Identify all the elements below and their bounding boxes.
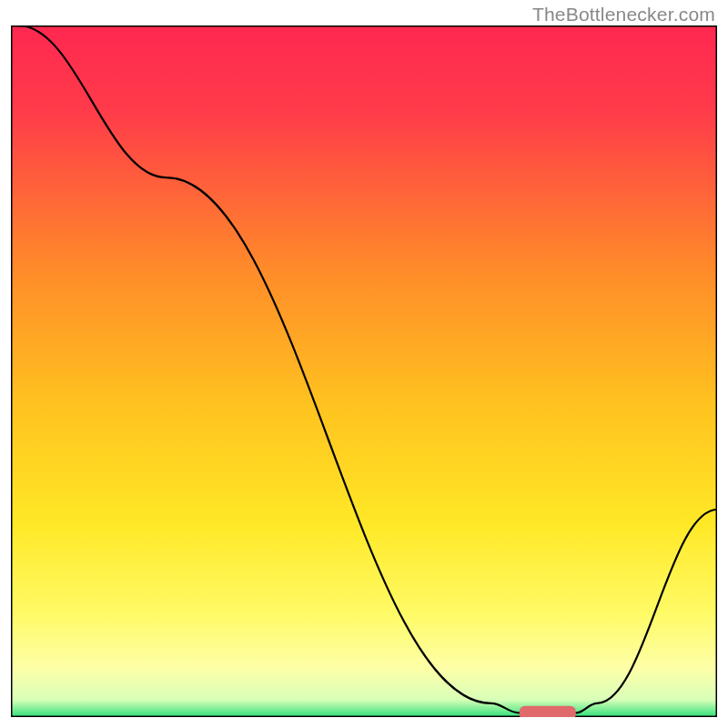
bottom-marker	[520, 706, 576, 717]
chart-container: TheBottlenecker.com	[0, 0, 728, 728]
chart-svg	[11, 25, 717, 717]
watermark-text: TheBottlenecker.com	[532, 4, 715, 25]
plot-area	[11, 25, 717, 717]
gradient-background	[11, 25, 717, 717]
